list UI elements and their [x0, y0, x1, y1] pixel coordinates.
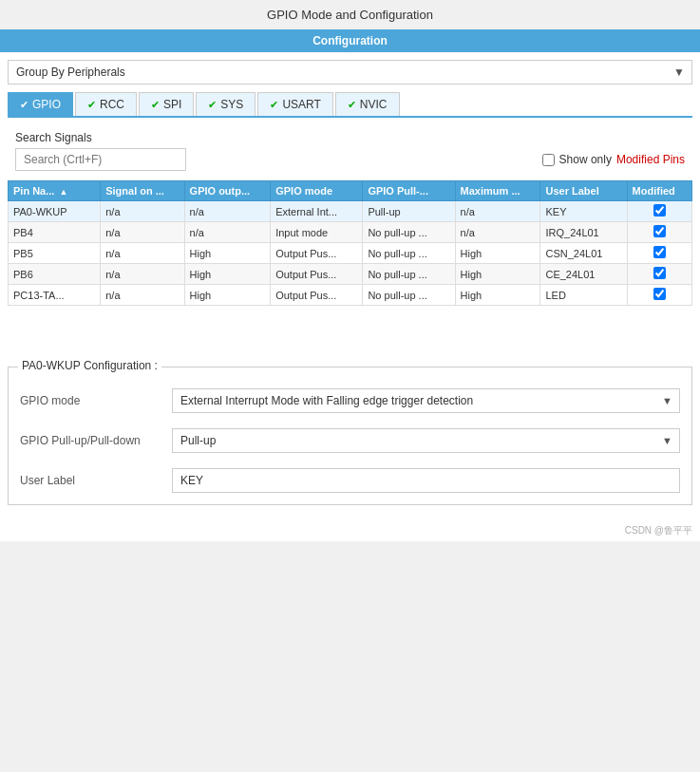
- table-cell-2: High: [184, 264, 271, 285]
- table-cell-3: Input mode: [271, 222, 363, 243]
- gpio-mode-label: GPIO mode: [20, 394, 172, 407]
- spacer: [0, 313, 700, 351]
- tab-sys-label: SYS: [220, 98, 243, 111]
- col-header-output[interactable]: GPIO outp...: [184, 181, 271, 201]
- gpio-pull-row: GPIO Pull-up/Pull-down Pull-up ▼: [20, 428, 680, 453]
- tab-nvic-check-icon: ✔: [348, 99, 356, 111]
- gpio-pull-select-wrapper: Pull-up ▼: [172, 428, 680, 453]
- modified-checkbox[interactable]: [653, 246, 666, 258]
- table-cell-modified[interactable]: [627, 243, 691, 264]
- tab-gpio[interactable]: ✔ GPIO: [8, 92, 73, 116]
- table-cell-modified[interactable]: [627, 222, 691, 243]
- show-only-label: Show only: [559, 153, 612, 166]
- user-label-input-wrapper: [172, 468, 680, 493]
- tab-spi-label: SPI: [163, 98, 181, 111]
- table-cell-0: PC13-TA...: [9, 285, 101, 306]
- table-cell-6: IRQ_24L01: [540, 222, 627, 243]
- table-cell-4: No pull-up ...: [363, 222, 455, 243]
- search-section: Search Signals Show only Modified Pins: [8, 127, 692, 180]
- tab-rcc-check-icon: ✔: [87, 99, 96, 111]
- col-header-signal[interactable]: Signal on ...: [101, 181, 184, 201]
- table-cell-2: n/a: [184, 222, 271, 243]
- tab-gpio-check-icon: ✔: [20, 99, 28, 111]
- table-cell-5: High: [455, 285, 540, 306]
- table-cell-0: PB5: [9, 243, 101, 264]
- table-cell-1: n/a: [101, 222, 184, 243]
- table-cell-0: PB4: [9, 222, 101, 243]
- modified-checkbox[interactable]: [653, 225, 666, 237]
- section-header: Configuration: [0, 29, 700, 52]
- tab-usart-check-icon: ✔: [270, 99, 278, 111]
- show-modified-row: Show only Modified Pins: [542, 153, 685, 166]
- table-header-row: Pin Na... ▲ Signal on ... GPIO outp... G…: [9, 181, 692, 201]
- show-modified-checkbox[interactable]: [542, 154, 555, 166]
- gpio-pull-select[interactable]: Pull-up: [172, 428, 680, 453]
- gpio-mode-select-wrapper: External Interrupt Mode with Falling edg…: [172, 388, 680, 413]
- group-by-select[interactable]: Group By Peripherals: [8, 60, 692, 85]
- modified-checkbox[interactable]: [653, 204, 666, 217]
- table-row[interactable]: PB4n/an/aInput modeNo pull-up ...n/aIRQ_…: [9, 222, 692, 243]
- modified-checkbox[interactable]: [653, 288, 666, 300]
- table-cell-0: PB6: [9, 264, 101, 285]
- col-header-pull[interactable]: GPIO Pull-...: [363, 181, 455, 201]
- table-cell-6: CSN_24L01: [540, 243, 627, 264]
- user-label-label: User Label: [20, 474, 172, 487]
- gpio-mode-select[interactable]: External Interrupt Mode with Falling edg…: [172, 388, 680, 413]
- user-label-row: User Label: [20, 468, 680, 493]
- gpio-table: Pin Na... ▲ Signal on ... GPIO outp... G…: [8, 180, 692, 306]
- table-cell-4: No pull-up ...: [363, 285, 455, 306]
- user-label-input[interactable]: [172, 468, 680, 493]
- table-cell-6: CE_24L01: [540, 264, 627, 285]
- tab-usart[interactable]: ✔ USART: [257, 92, 332, 116]
- table-cell-6: KEY: [540, 201, 627, 222]
- table-cell-3: Output Pus...: [271, 264, 363, 285]
- col-header-user-label[interactable]: User Label: [540, 181, 627, 201]
- search-signals-label: Search Signals: [15, 131, 685, 144]
- sort-icon: ▲: [59, 187, 67, 197]
- table-cell-1: n/a: [101, 264, 184, 285]
- tab-sys[interactable]: ✔ SYS: [196, 92, 255, 116]
- modified-pins-label: Modified Pins: [616, 153, 685, 166]
- col-header-max[interactable]: Maximum ...: [455, 181, 540, 201]
- tab-sys-check-icon: ✔: [208, 99, 217, 111]
- table-cell-1: n/a: [101, 201, 184, 222]
- col-header-mode[interactable]: GPIO mode: [271, 181, 363, 201]
- group-by-dropdown-wrapper: Group By Peripherals ▼: [8, 60, 692, 85]
- table-cell-modified[interactable]: [627, 285, 691, 306]
- table-cell-1: n/a: [101, 285, 184, 306]
- table-row[interactable]: PB6n/aHighOutput Pus...No pull-up ...Hig…: [9, 264, 692, 285]
- search-input[interactable]: [15, 148, 186, 171]
- gpio-mode-row: GPIO mode External Interrupt Mode with F…: [20, 388, 680, 413]
- table-cell-4: No pull-up ...: [363, 264, 455, 285]
- table-cell-3: External Int...: [271, 201, 363, 222]
- table-cell-0: PA0-WKUP: [9, 201, 101, 222]
- table-row[interactable]: PA0-WKUPn/an/aExternal Int...Pull-upn/aK…: [9, 201, 692, 222]
- tab-bar: ✔ GPIO ✔ RCC ✔ SPI ✔ SYS ✔ USART ✔ NVIC: [8, 92, 692, 118]
- table-cell-3: Output Pus...: [271, 243, 363, 264]
- table-cell-5: n/a: [455, 222, 540, 243]
- tab-nvic-label: NVIC: [360, 98, 388, 111]
- table-cell-4: No pull-up ...: [363, 243, 455, 264]
- gpio-mode-input-wrapper: External Interrupt Mode with Falling edg…: [172, 388, 680, 413]
- table-cell-modified[interactable]: [627, 264, 691, 285]
- col-header-pin-name[interactable]: Pin Na... ▲: [9, 181, 101, 201]
- table-cell-2: High: [184, 243, 271, 264]
- tab-spi[interactable]: ✔ SPI: [139, 92, 194, 116]
- modified-checkbox[interactable]: [653, 267, 666, 279]
- table-cell-5: High: [455, 243, 540, 264]
- table-row[interactable]: PC13-TA...n/aHighOutput Pus...No pull-up…: [9, 285, 692, 306]
- tab-rcc[interactable]: ✔ RCC: [75, 92, 137, 116]
- tab-spi-check-icon: ✔: [151, 99, 160, 111]
- table-cell-modified[interactable]: [627, 201, 691, 222]
- table-cell-2: n/a: [184, 201, 271, 222]
- table-row[interactable]: PB5n/aHighOutput Pus...No pull-up ...Hig…: [9, 243, 692, 264]
- col-header-modified[interactable]: Modified: [627, 181, 691, 201]
- tab-usart-label: USART: [282, 98, 320, 111]
- table-cell-5: n/a: [455, 201, 540, 222]
- table-cell-3: Output Pus...: [271, 285, 363, 306]
- gpio-pull-input-wrapper: Pull-up ▼: [172, 428, 680, 453]
- config-section-title: PA0-WKUP Configuration :: [18, 359, 161, 372]
- tab-nvic[interactable]: ✔ NVIC: [335, 92, 400, 116]
- tab-rcc-label: RCC: [100, 98, 124, 111]
- table-cell-1: n/a: [101, 243, 184, 264]
